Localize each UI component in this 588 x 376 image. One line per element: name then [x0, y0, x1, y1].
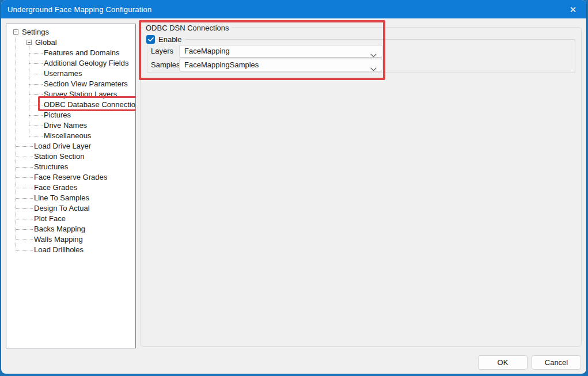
window-title: Underground Face Mapping Configuration — [1, 5, 151, 14]
enable-checkbox[interactable] — [146, 35, 155, 44]
tree-item-label: Plot Face — [34, 214, 66, 223]
tree-item-label: Drive Names — [44, 121, 87, 130]
tree-connector-line — [16, 229, 33, 230]
enable-fieldset: Enable LayersFaceMappingSamplesFaceMappi… — [147, 39, 575, 73]
tree-item-label: Settings — [22, 28, 49, 36]
checkmark-icon — [148, 37, 154, 42]
tree-item-label: Miscellaneous — [44, 131, 91, 140]
tree-connector-line — [29, 63, 43, 64]
tree-item-label: Pictures — [44, 111, 71, 119]
close-icon: ✕ — [570, 5, 577, 14]
tree-connector-line — [29, 74, 43, 74]
cancel-button-label: Cancel — [545, 358, 568, 367]
tree-item-station-section[interactable]: Station Section — [6, 151, 135, 162]
tree-item-section-view-parameters[interactable]: Section View Parameters — [6, 79, 135, 89]
tree-item-label: Station Section — [34, 152, 84, 161]
tree-connector-line — [29, 94, 43, 95]
chevron-down-icon — [370, 63, 377, 74]
dialog-window: Underground Face Mapping Configuration ✕… — [1, 0, 586, 374]
tree-connector-line — [16, 177, 33, 178]
tree-item-label: Survey Station Layers — [44, 90, 117, 98]
tree-item-walls-mapping[interactable]: Walls Mapping — [6, 234, 135, 245]
field-row-samples: SamplesFaceMappingSamples — [147, 59, 575, 71]
tree-connector-line — [29, 53, 43, 54]
tree-item-plot-face[interactable]: Plot Face — [6, 214, 135, 224]
layers-dropdown[interactable]: FaceMapping — [179, 45, 382, 58]
close-button[interactable]: ✕ — [560, 0, 586, 18]
tree-item-load-drillholes[interactable]: Load Drillholes — [6, 245, 135, 255]
tree-item-label: Load Drillholes — [34, 245, 84, 254]
tree-connector-line — [29, 136, 43, 136]
tree-item-label: Load Drive Layer — [34, 142, 91, 150]
tree-item-label: Line To Samples — [34, 193, 89, 202]
ok-button[interactable]: OK — [478, 355, 528, 370]
enable-label: Enable — [158, 35, 181, 44]
enable-checkbox-row[interactable]: Enable — [146, 35, 185, 44]
tree-item-label: Features and Domains — [44, 48, 120, 57]
tree-item-survey-station-layers[interactable]: Survey Station Layers — [6, 89, 135, 100]
tree-item-label: Additional Geology Fields — [44, 59, 128, 67]
tree-item-label: Backs Mapping — [34, 225, 85, 233]
ok-button-label: OK — [498, 358, 509, 367]
tree-item-label: Face Grades — [34, 183, 77, 192]
dropdown-value: FaceMapping — [184, 45, 230, 57]
tree-connector-line — [29, 115, 43, 116]
field-row-layers: LayersFaceMapping — [147, 45, 575, 58]
tree-item-load-drive-layer[interactable]: Load Drive Layer — [6, 141, 135, 151]
tree-item-additional-geology-fields[interactable]: Additional Geology Fields — [6, 58, 135, 69]
tree-connector-line — [16, 157, 33, 157]
tree-connector-line — [16, 208, 33, 209]
tree-item-drive-names[interactable]: Drive Names — [6, 120, 135, 131]
tree-item-global[interactable]: Global — [6, 37, 135, 48]
tree-item-label: Design To Actual — [34, 204, 90, 212]
tree-item-backs-mapping[interactable]: Backs Mapping — [6, 224, 135, 234]
tree-item-label: Structures — [34, 162, 68, 171]
settings-tree: SettingsGlobalFeatures and DomainsAdditi… — [6, 24, 136, 348]
tree-item-pictures[interactable]: Pictures — [6, 110, 135, 120]
tree-item-label: Global — [35, 38, 57, 47]
tree-connector-line — [16, 188, 33, 188]
tree-connector-line — [16, 250, 33, 250]
tree-item-usernames[interactable]: Usernames — [6, 69, 135, 79]
tree-item-settings[interactable]: Settings — [6, 27, 135, 37]
odbc-dsn-group-title: ODBC DSN Connections — [143, 24, 232, 32]
dropdown-value: FaceMappingSamples — [184, 59, 259, 71]
field-label: Layers — [151, 45, 179, 58]
tree-connector-line — [29, 126, 43, 126]
tree-item-label: Walls Mapping — [34, 235, 83, 244]
title-bar: Underground Face Mapping Configuration ✕ — [1, 0, 586, 18]
cancel-button[interactable]: Cancel — [532, 355, 581, 370]
tree-connector-line — [16, 198, 33, 199]
field-label: Samples — [151, 59, 179, 71]
tree-item-design-to-actual[interactable]: Design To Actual — [6, 203, 135, 214]
tree-item-structures[interactable]: Structures — [6, 162, 135, 172]
tree-item-face-grades[interactable]: Face Grades — [6, 183, 135, 193]
tree-item-face-reserve-grades[interactable]: Face Reserve Grades — [6, 172, 135, 183]
tree-item-label: Section View Parameters — [44, 79, 128, 88]
tree-connector-line — [16, 167, 33, 168]
tree-collapse-icon[interactable] — [13, 29, 18, 35]
tree-item-label: ODBC Database Connections — [44, 100, 136, 109]
tree-item-label: Usernames — [44, 69, 82, 78]
tree-item-label: Face Reserve Grades — [34, 173, 107, 181]
tree-item-features-and-domains[interactable]: Features and Domains — [6, 48, 135, 58]
samples-dropdown[interactable]: FaceMappingSamples — [179, 59, 382, 71]
tree-item-odbc-database-connections[interactable]: ODBC Database Connections — [6, 100, 135, 110]
tree-item-line-to-samples[interactable]: Line To Samples — [6, 193, 135, 203]
tree-connector-line — [29, 84, 43, 85]
odbc-dsn-groupbox — [140, 27, 582, 347]
tree-item-miscellaneous[interactable]: Miscellaneous — [6, 131, 135, 141]
tree-connector-line — [16, 146, 33, 147]
tree-collapse-icon[interactable] — [26, 40, 32, 45]
tree-connector-line — [16, 240, 33, 240]
tree-connector-line — [29, 105, 43, 105]
tree-connector-line — [16, 219, 33, 219]
